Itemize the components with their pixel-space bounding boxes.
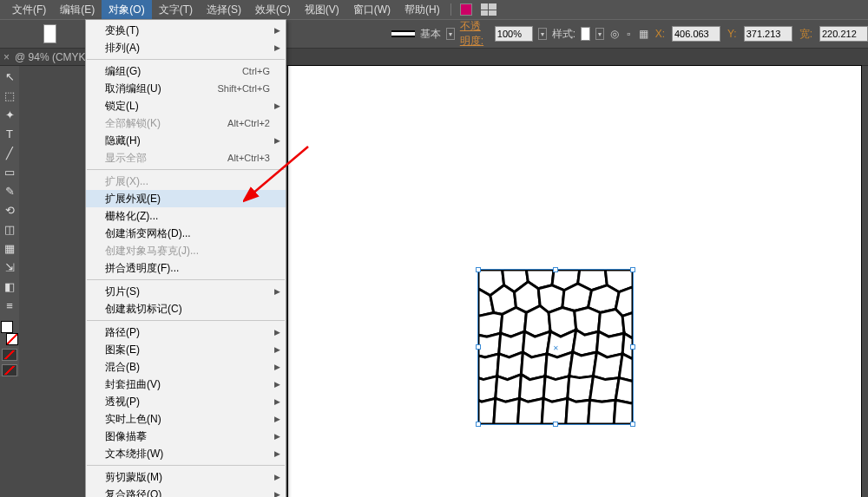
tool-rotate[interactable]: ⟲ [1,201,18,219]
menu-edit[interactable]: 编辑(E) [53,0,102,20]
menu-item[interactable]: 文本绕排(W) [86,445,286,462]
menu-object[interactable]: 对象(O) [102,0,151,20]
tool-width[interactable]: ◫ [1,220,18,238]
screen-mode[interactable] [2,364,17,376]
arrange-docs-icon[interactable] [481,3,496,16]
fill-stroke-swatches[interactable] [1,321,18,345]
toolbox: ↖ ⬚ ✦ T ╱ ▭ ✎ ⟲ ◫ ▦ ⇲ ◧ ≡ [0,66,19,376]
w-label: 宽: [798,27,814,42]
handle-br[interactable] [630,422,635,427]
menu-item-label: 变换(T) [105,23,270,38]
handle-tl[interactable] [476,267,481,272]
document-tab[interactable]: @ 94% (CMYK [15,51,86,63]
bridge-icon[interactable] [460,3,472,16]
tool-rectangle[interactable]: ▭ [1,163,18,180]
tool-magic-wand[interactable]: ✦ [1,106,18,123]
menu-item[interactable]: 变换(T) [86,22,286,39]
y-label: Y: [726,28,739,40]
draw-mode[interactable] [2,349,17,361]
menu-item[interactable]: 取消编组(U)Shift+Ctrl+G [86,80,286,97]
menu-item[interactable]: 混合(B) [86,358,286,376]
menu-effect[interactable]: 效果(C) [248,0,298,20]
stroke-style-label: 基本 [420,27,441,42]
menu-item[interactable]: 创建渐变网格(D)... [86,225,286,242]
handle-mr[interactable] [630,344,635,350]
center-point-icon: ✕ [553,344,558,350]
menu-item-label: 剪切蒙版(M) [105,470,270,485]
tool-type[interactable]: T [1,125,18,142]
tool-shape-builder[interactable]: ⇲ [1,258,18,276]
opacity-input[interactable] [495,26,533,42]
style-dropdown[interactable]: ▾ [595,28,604,40]
menu-item[interactable]: 排列(A) [86,39,286,56]
menu-item-label: 创建对象马赛克(J)... [105,244,270,258]
menu-item-label: 图案(E) [105,343,270,357]
tool-direct-select[interactable]: ⬚ [1,87,18,104]
menu-item[interactable]: 实时上色(N) [86,410,286,428]
align-icon[interactable]: ▫ [624,27,634,41]
menu-item[interactable]: 栅格化(Z)... [86,207,286,225]
menu-bar: 文件(F) 编辑(E) 对象(O) 文字(T) 选择(S) 效果(C) 视图(V… [0,0,868,19]
style-swatch[interactable] [581,27,590,41]
menu-item[interactable]: 图案(E) [86,341,286,358]
style-label: 样式: [552,27,575,42]
menu-view[interactable]: 视图(V) [298,0,346,20]
selected-object[interactable]: ✕ [477,269,634,425]
menu-item[interactable]: 图像描摹 [86,428,286,445]
menu-item-label: 复合路径(O) [105,487,270,498]
menu-select[interactable]: 选择(S) [200,0,248,20]
menu-item-label: 混合(B) [105,360,270,375]
menu-item-label: 拼合透明度(F)... [105,261,270,276]
handle-ml[interactable] [476,344,481,350]
stroke-preview[interactable] [391,30,415,37]
menu-window[interactable]: 窗口(W) [346,0,398,20]
object-menu-dropdown: 变换(T)排列(A)编组(G)Ctrl+G取消编组(U)Shift+Ctrl+G… [85,19,286,497]
tool-pencil[interactable]: ✎ [1,182,18,199]
menu-item[interactable]: 封套扭曲(V) [86,376,286,393]
tool-perspective[interactable]: ◧ [1,278,18,295]
tool-selection[interactable]: ↖ [1,68,18,85]
opacity-dropdown[interactable]: ▾ [538,28,547,40]
menu-item[interactable]: 隐藏(H) [86,132,286,149]
transform-icon[interactable]: ▦ [639,27,648,41]
menu-item-label: 显示全部 [105,151,227,166]
menu-help[interactable]: 帮助(H) [398,0,447,20]
handle-tm[interactable] [553,267,558,272]
recolor-icon[interactable]: ◎ [609,27,619,41]
menu-item-label: 取消编组(U) [105,82,217,96]
menu-item-label: 图像描摹 [105,429,270,444]
x-label: X: [654,28,667,40]
menu-item-label: 切片(S) [105,284,270,299]
menu-item[interactable]: 路径(P) [86,324,286,341]
menu-item[interactable]: 锁定(L) [86,97,286,114]
handle-bl[interactable] [476,422,481,427]
handle-bm[interactable] [553,422,558,427]
menu-item-shortcut: Ctrl+G [242,66,270,76]
fill-swatch[interactable] [43,24,56,43]
menu-item-label: 锁定(L) [105,99,270,114]
menu-file[interactable]: 文件(F) [5,0,53,20]
menu-item[interactable]: 切片(S) [86,283,286,300]
y-input[interactable] [744,26,792,42]
tool-mesh[interactable]: ≡ [1,297,18,314]
menu-item[interactable]: 拼合透明度(F)... [86,259,286,277]
menu-item-label: 文本绕排(W) [105,447,270,461]
menu-item: 扩展(X)... [86,173,286,190]
w-input[interactable] [819,26,868,42]
menu-item-label: 创建渐变网格(D)... [105,226,270,241]
tool-free-transform[interactable]: ▦ [1,239,18,257]
menu-item[interactable]: 复合路径(O) [86,486,286,497]
menu-item[interactable]: 创建裁切标记(C) [86,300,286,317]
close-panel-icon[interactable]: × [3,51,10,63]
menu-item[interactable]: 透视(P) [86,393,286,410]
handle-tr[interactable] [630,267,635,272]
menu-item-label: 封套扭曲(V) [105,377,270,392]
x-input[interactable] [672,26,720,42]
menu-item[interactable]: 扩展外观(E) [86,190,286,207]
tool-line[interactable]: ╱ [1,144,18,161]
opacity-label[interactable]: 不透明度: [460,19,490,49]
menu-item[interactable]: 剪切蒙版(M) [86,468,286,486]
menu-type[interactable]: 文字(T) [152,0,200,20]
stroke-style-dropdown[interactable]: ▾ [446,28,455,40]
menu-item[interactable]: 编组(G)Ctrl+G [86,62,286,80]
